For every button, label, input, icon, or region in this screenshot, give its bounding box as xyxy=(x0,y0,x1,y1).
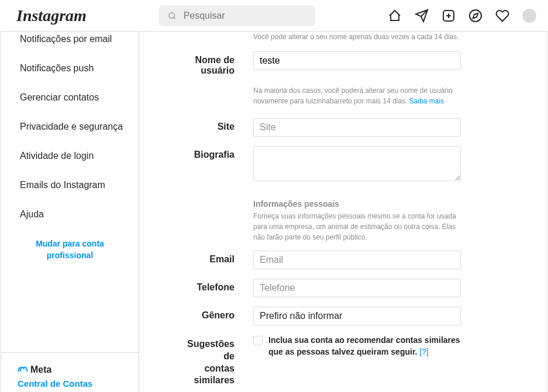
phone-label: Telefone xyxy=(177,279,253,297)
messenger-icon[interactable] xyxy=(415,9,429,23)
edit-profile-form: Você pode alterar o seu nome apenas duas… xyxy=(139,32,547,392)
accounts-center-link[interactable]: Central de Contas xyxy=(18,379,122,388)
activity-icon[interactable] xyxy=(495,9,509,23)
avatar[interactable] xyxy=(522,9,536,23)
bio-textarea[interactable] xyxy=(253,146,461,181)
new-post-icon[interactable] xyxy=(442,9,456,23)
gender-label: Gênero xyxy=(177,307,253,325)
sidebar-item-help[interactable]: Ajuda xyxy=(1,200,139,229)
svg-point-7 xyxy=(470,10,481,22)
sidebar-item-manage-contacts[interactable]: Gerenciar contatos xyxy=(1,83,139,112)
suggestions-help-link[interactable]: [?] xyxy=(419,347,429,356)
switch-professional-link[interactable]: Mudar para conta profissional xyxy=(1,229,139,270)
meta-text: Meta xyxy=(30,365,51,375)
sidebar-item-instagram-emails[interactable]: Emails do Instagram xyxy=(1,171,139,200)
gender-select[interactable]: Prefiro não informar xyxy=(253,307,461,325)
meta-logo: Meta xyxy=(18,365,122,375)
suggestions-label: Sugestões decontas similares xyxy=(177,335,253,387)
home-icon[interactable] xyxy=(388,9,402,23)
username-label: Nome de usuário xyxy=(177,51,253,76)
search-box[interactable] xyxy=(158,5,315,26)
search-icon xyxy=(168,11,176,20)
suggestions-checkbox[interactable] xyxy=(253,336,263,345)
instagram-logo[interactable]: Instagram xyxy=(16,6,87,25)
site-input[interactable] xyxy=(253,118,461,137)
personal-info-desc: Forneça suas informações pessoais mesmo … xyxy=(253,211,461,242)
svg-line-1 xyxy=(174,17,175,19)
email-input[interactable] xyxy=(253,251,461,269)
explore-icon[interactable] xyxy=(468,9,482,23)
svg-marker-8 xyxy=(473,13,478,18)
nav-icons xyxy=(388,9,536,23)
sidebar-item-email-notifications[interactable]: Notificações por email xyxy=(1,32,139,54)
personal-info-heading: Informações pessoais xyxy=(253,199,461,209)
email-label: Email xyxy=(177,251,253,269)
sidebar-item-push-notifications[interactable]: Notificações push xyxy=(1,54,139,83)
sidebar-item-login-activity[interactable]: Atividade de login xyxy=(1,141,139,171)
username-help-text: Na maioria dos casos, você poderá altera… xyxy=(253,85,461,106)
bio-label: Biografia xyxy=(177,146,253,183)
phone-input[interactable] xyxy=(253,279,461,297)
name-help-text: Você pode alterar o seu nome apenas duas… xyxy=(253,32,461,42)
site-label: Site xyxy=(177,118,253,137)
settings-sidebar: Notificações por email Notificações push… xyxy=(1,32,139,392)
learn-more-link[interactable]: Saiba mais xyxy=(409,97,444,105)
svg-point-0 xyxy=(169,12,174,18)
sidebar-item-privacy-security[interactable]: Privacidade e segurança xyxy=(1,112,139,141)
settings-container: Notificações por email Notificações push… xyxy=(1,32,547,392)
meta-icon xyxy=(18,365,28,375)
top-bar: Instagram xyxy=(0,0,548,32)
username-input[interactable] xyxy=(253,51,461,70)
suggestions-checkbox-label: Inclua sua conta ao recomendar contas si… xyxy=(268,335,461,358)
search-input[interactable] xyxy=(184,11,306,21)
sidebar-footer: Meta Central de Contas Controle as confi… xyxy=(1,352,139,392)
